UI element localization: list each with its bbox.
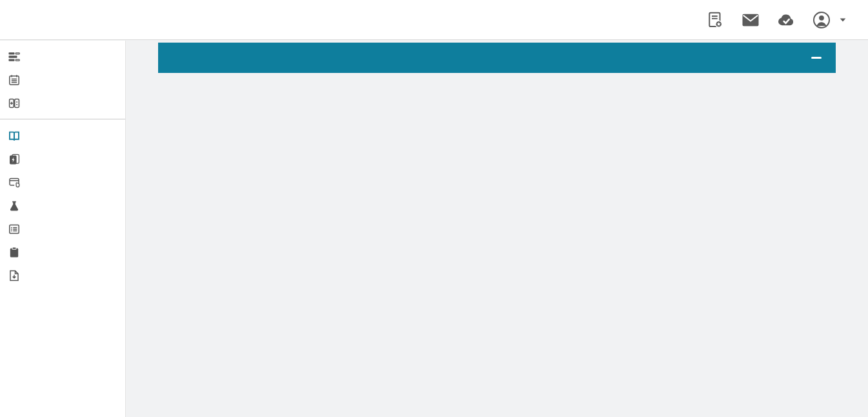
lesson-main — [158, 43, 836, 73]
flashcards-icon — [8, 153, 21, 166]
lesson-accordion-header[interactable] — [158, 43, 836, 73]
cloud-sync-icon[interactable] — [776, 10, 796, 30]
sidebar-item-game-center[interactable] — [0, 91, 125, 114]
game-center-icon — [8, 97, 21, 110]
header-icon-bar — [705, 10, 847, 30]
minus-icon — [811, 57, 822, 59]
labs-icon — [8, 199, 21, 212]
sidebar-item-flashcards[interactable] — [0, 147, 125, 170]
caret-down-icon[interactable] — [838, 15, 847, 25]
mail-icon[interactable] — [741, 10, 760, 30]
collapse-button[interactable] — [809, 50, 824, 66]
strengths-icon — [8, 50, 21, 63]
assessments-icon — [8, 246, 21, 259]
sidebar-item-pbqs[interactable] — [0, 170, 125, 194]
lessons-icon — [8, 130, 21, 143]
sidebar-item-assessments[interactable] — [0, 240, 125, 263]
pbqs-icon — [8, 176, 21, 189]
sidebar-item-learning-plan[interactable] — [0, 68, 125, 91]
sidebar-item-practice[interactable] — [0, 217, 125, 240]
notes-icon[interactable] — [705, 10, 725, 30]
sidebar-nav — [0, 41, 126, 417]
learning-plan-icon — [8, 74, 21, 86]
sidebar-item-lessons[interactable] — [0, 124, 125, 147]
sidebar-divider — [0, 119, 125, 119]
practice-icon — [8, 223, 21, 236]
app-header — [0, 0, 868, 40]
account-icon[interactable] — [812, 10, 831, 30]
sidebar-item-resources[interactable] — [0, 263, 125, 287]
sidebar-item-labs[interactable] — [0, 194, 125, 217]
resources-icon — [8, 269, 21, 282]
sidebar-item-strengths-weaknesses[interactable] — [0, 45, 125, 68]
